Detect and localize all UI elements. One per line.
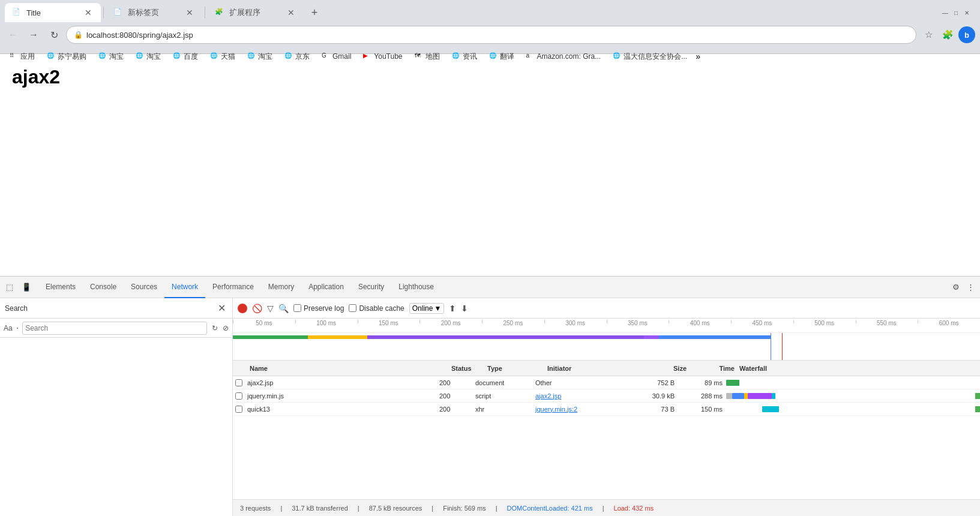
tab-close-3[interactable]: ✕ xyxy=(286,7,296,18)
search-refresh-button[interactable]: ↻ xyxy=(212,324,218,332)
status-separator-4: | xyxy=(496,505,498,512)
tick-50ms: 50 ms xyxy=(233,320,295,326)
row1-check-input[interactable] xyxy=(235,379,242,386)
tab-sources[interactable]: Sources xyxy=(124,277,164,298)
clear-button[interactable]: 🚫 xyxy=(252,304,262,313)
col-status: Status xyxy=(449,365,485,372)
bookmark-taobao3[interactable]: 🌐 淘宝 xyxy=(242,50,277,63)
disable-cache-check[interactable]: Disable cache xyxy=(349,304,404,313)
bookmark-taobao1[interactable]: 🌐 淘宝 xyxy=(94,50,128,63)
tab-security[interactable]: Security xyxy=(351,277,391,298)
devtools-more-icon[interactable]: ⋮ xyxy=(963,280,978,295)
bookmark-youtube[interactable]: ▶ YouTube xyxy=(358,51,407,62)
new-tab-button[interactable]: + xyxy=(306,4,323,21)
forward-button[interactable]: → xyxy=(25,26,42,43)
tab-close-2[interactable]: ✕ xyxy=(184,7,195,18)
download-button[interactable]: ⬇ xyxy=(461,304,468,313)
preserve-log-check[interactable]: Preserve log xyxy=(293,304,344,313)
row2-status: 200 xyxy=(437,392,473,400)
tab-application[interactable]: Application xyxy=(301,277,351,298)
search-options-bar: Aa · ↻ ⊘ xyxy=(0,319,232,338)
tab-lighthouse[interactable]: Lighthouse xyxy=(391,277,441,298)
bookmarks-more-button[interactable]: » xyxy=(696,52,700,61)
tick-350ms: 350 ms xyxy=(607,320,669,326)
tab-newtab[interactable]: 📄 新标签页 ✕ xyxy=(106,3,202,22)
throttle-chevron-icon: ▼ xyxy=(434,304,441,313)
bookmark-suning-label: 苏宁易购 xyxy=(58,52,86,62)
toolbar-search-icon[interactable]: 🔍 xyxy=(278,304,289,313)
close-button[interactable]: ✕ xyxy=(963,9,970,16)
tick-600ms: 600 ms xyxy=(918,320,980,326)
search-input[interactable] xyxy=(25,324,204,332)
wenda-icon: 🌐 xyxy=(613,52,621,61)
maximize-button[interactable]: □ xyxy=(952,9,960,16)
search-aa-button[interactable]: Aa xyxy=(4,324,13,332)
row2-initiator[interactable]: ajax2.jsp xyxy=(533,392,629,400)
table-row[interactable]: ajax2.jsp 200 document Other 752 B 89 ms xyxy=(233,376,980,389)
address-bar[interactable]: 🔒 localhost:8080/spring/ajax2.jsp xyxy=(66,26,916,44)
bookmark-tianmao[interactable]: 🌐 天猫 xyxy=(205,50,240,63)
online-label: Online xyxy=(412,304,433,313)
search-close-button[interactable]: ✕ xyxy=(215,302,227,314)
inspect-icon[interactable]: ⬚ xyxy=(2,280,17,295)
profile-button[interactable]: b xyxy=(958,26,975,43)
search-regex-button[interactable]: · xyxy=(16,323,19,334)
bookmark-maps[interactable]: 🗺 地图 xyxy=(410,50,445,63)
network-main: 🚫 ▽ 🔍 Preserve log Disable cache Online … xyxy=(233,298,980,516)
table-row[interactable]: jquery.min.js 200 script ajax2.jsp 30.9 … xyxy=(233,389,980,403)
bookmark-wenda[interactable]: 🌐 温大信息安全协会... xyxy=(608,50,692,63)
bookmark-star-icon[interactable]: ☆ xyxy=(920,26,937,43)
tick-100ms: 100 ms xyxy=(295,320,358,326)
tab-elements[interactable]: Elements xyxy=(38,277,83,298)
tab-memory[interactable]: Memory xyxy=(261,277,301,298)
bookmark-jingdong-label: 京东 xyxy=(295,52,310,62)
search-clear-button[interactable]: ⊘ xyxy=(223,324,229,332)
devtools-gear-icon[interactable]: ⚙ xyxy=(949,280,963,295)
upload-button[interactable]: ⬆ xyxy=(449,304,456,313)
row3-initiator[interactable]: jquery.min.js:2 xyxy=(533,406,629,413)
bookmark-taobao1-label: 淘宝 xyxy=(109,52,124,62)
bookmark-news[interactable]: 🌐 资讯 xyxy=(447,50,482,63)
throttle-select[interactable]: Online ▼ xyxy=(409,303,445,314)
reload-button[interactable]: ↻ xyxy=(46,26,62,43)
disable-cache-checkbox[interactable] xyxy=(349,304,356,312)
tab-extension[interactable]: 🧩 扩展程序 ✕ xyxy=(208,3,304,22)
bookmark-taobao2[interactable]: 🌐 淘宝 xyxy=(131,50,166,63)
row3-size: 73 B xyxy=(629,406,677,413)
row3-check-input[interactable] xyxy=(235,406,242,413)
bookmark-jingdong[interactable]: 🌐 京东 xyxy=(280,50,314,63)
bookmark-gmail[interactable]: G Gmail xyxy=(317,51,356,62)
table-row[interactable]: quick13 200 xhr jquery.min.js:2 73 B 150… xyxy=(233,403,980,416)
tab-close-1[interactable]: ✕ xyxy=(83,7,94,18)
extension-icon[interactable]: 🧩 xyxy=(939,26,956,43)
filter-button[interactable]: ▽ xyxy=(267,304,274,313)
bookmark-baidu[interactable]: 🌐 百度 xyxy=(168,50,203,63)
bookmark-translate[interactable]: 🌐 翻译 xyxy=(484,50,519,63)
col-type: Type xyxy=(485,365,545,372)
row1-size: 752 B xyxy=(629,379,677,386)
address-text: localhost:8080/spring/ajax2.jsp xyxy=(86,31,909,40)
tab-favicon-1: 📄 xyxy=(12,8,22,17)
table-header: Name Status Type Initiator Size Time Wat… xyxy=(233,361,980,376)
apps-icon: ⠿ xyxy=(10,52,18,61)
tick-150ms: 150 ms xyxy=(358,320,420,326)
col-initiator: Initiator xyxy=(545,365,641,372)
col-name: Name xyxy=(245,365,449,372)
tab-title[interactable]: 📄 Title ✕ xyxy=(5,3,101,22)
row1-type: document xyxy=(473,379,533,386)
row1-initiator: Other xyxy=(533,379,629,386)
tab-performance[interactable]: Performance xyxy=(205,277,261,298)
row2-check-input[interactable] xyxy=(235,392,242,400)
back-button[interactable]: ← xyxy=(5,26,22,43)
bookmark-amazon[interactable]: a Amazon.com: Gra... xyxy=(522,51,606,62)
bookmark-suning[interactable]: 🌐 苏宁易购 xyxy=(42,50,91,63)
minimize-button[interactable]: — xyxy=(942,9,949,16)
row2-size: 30.9 kB xyxy=(629,392,677,400)
bookmark-apps[interactable]: ⠿ 应用 xyxy=(5,50,40,63)
tab-network[interactable]: Network xyxy=(164,277,205,298)
tab-console[interactable]: Console xyxy=(83,277,124,298)
device-icon[interactable]: 📱 xyxy=(19,280,34,295)
record-button[interactable] xyxy=(238,304,247,313)
maps-icon: 🗺 xyxy=(415,52,423,61)
preserve-log-checkbox[interactable] xyxy=(293,304,301,312)
